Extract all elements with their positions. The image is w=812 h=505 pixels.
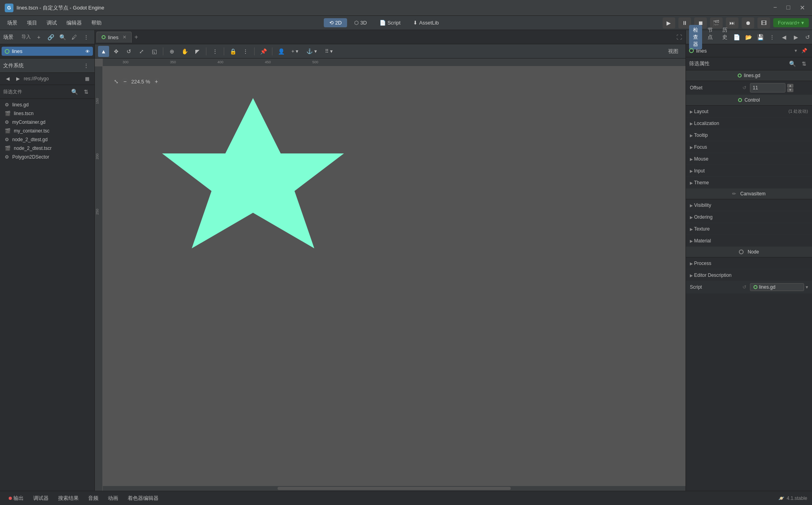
scale-tool[interactable]: ⤢ xyxy=(136,46,147,57)
property-visibility[interactable]: Visibility xyxy=(686,199,812,211)
list-item[interactable]: ⚙ node_2_dtest.gd xyxy=(0,135,94,144)
prop-name-input[interactable]: Input xyxy=(690,168,737,174)
prop-name-editor-description[interactable]: Editor Description xyxy=(690,272,737,278)
prop-name-theme[interactable]: Theme xyxy=(690,180,737,185)
node-pin-button[interactable]: 📌 xyxy=(799,46,809,55)
grid-snap-button[interactable]: ⠿ ▾ xyxy=(322,47,336,56)
bottom-tab-shader[interactable]: 着色器编辑器 xyxy=(124,493,162,503)
property-material[interactable]: Material xyxy=(686,235,812,247)
anchor-snap-button[interactable]: ⚓ ▾ xyxy=(303,47,320,56)
mode-assetlib-button[interactable]: ⬇ AssetLib xyxy=(408,18,444,27)
node-selector[interactable]: lines ▾ 📌 xyxy=(686,44,812,57)
inspector-new-file[interactable]: 📄 xyxy=(731,32,742,42)
prop-name-focus[interactable]: Focus xyxy=(690,144,737,150)
property-layout[interactable]: Layout (1 处改动) xyxy=(686,106,812,117)
scene-node-lines[interactable]: lines 👁 xyxy=(2,47,93,56)
lock-button[interactable]: 🔒 xyxy=(227,46,238,57)
property-texture[interactable]: Texture xyxy=(686,223,812,235)
list-item[interactable]: ⚙ myContainer.gd xyxy=(0,118,94,127)
node-visibility-icon[interactable]: 👁 xyxy=(85,49,90,54)
inspector-history[interactable]: ↺ xyxy=(803,32,812,42)
add-snap-button[interactable]: + ▾ xyxy=(288,47,302,56)
anchor-button[interactable]: 📌 xyxy=(258,46,269,57)
menu-help[interactable]: 帮助 xyxy=(87,18,106,28)
filter-props-search[interactable]: 🔍 xyxy=(787,59,797,68)
offset-reset-button[interactable]: ↺ xyxy=(740,84,748,92)
offset-spin-up[interactable]: ▲ xyxy=(787,84,793,88)
filter-search-button[interactable]: 🔍 xyxy=(69,87,79,97)
bottom-tab-search[interactable]: 搜索结果 xyxy=(54,493,83,503)
list-item[interactable]: 🎬 lines.tscn xyxy=(0,109,94,118)
prop-name-process[interactable]: Process xyxy=(690,261,737,266)
editor-tab-lines[interactable]: lines ✕ xyxy=(96,32,132,43)
zoom-out-button[interactable]: − xyxy=(121,78,129,85)
inspector-save-file[interactable]: 💾 xyxy=(755,32,765,42)
property-tooltip[interactable]: Tooltip xyxy=(686,129,812,141)
property-focus[interactable]: Focus xyxy=(686,141,812,153)
play-button[interactable]: ▶ xyxy=(663,17,675,28)
tab-add-button[interactable]: + xyxy=(132,32,141,42)
bottom-tab-audio[interactable]: 音频 xyxy=(84,493,102,503)
bone-tool[interactable]: ⊕ xyxy=(166,46,178,57)
inspector-prev[interactable]: ◀ xyxy=(779,32,789,42)
zoom-in-button[interactable]: + xyxy=(153,78,161,85)
inspector-next[interactable]: ▶ xyxy=(791,32,801,42)
edit-node-button[interactable]: 🖊 xyxy=(69,32,79,42)
record-button[interactable]: ⏺ xyxy=(742,17,754,28)
pan-tool[interactable]: ✋ xyxy=(179,46,190,57)
link-node-button[interactable]: 🔗 xyxy=(45,32,56,42)
movie-button[interactable]: 🎞 xyxy=(757,17,770,28)
scrollbar-thumb[interactable] xyxy=(278,487,511,490)
filesystem-more-button[interactable]: ⋮ xyxy=(81,61,91,71)
property-process[interactable]: Process xyxy=(686,257,812,269)
prop-name-layout[interactable]: Layout xyxy=(690,109,737,114)
list-item[interactable]: 🎬 my_container.tsc xyxy=(0,127,94,135)
prop-name-localization[interactable]: Localization xyxy=(690,121,737,126)
bottom-tab-output[interactable]: 输出 xyxy=(5,493,28,503)
close-button[interactable]: ✕ xyxy=(797,3,807,12)
property-ordering[interactable]: Ordering xyxy=(686,211,812,223)
prop-name-visibility[interactable]: Visibility xyxy=(690,202,737,208)
maximize-button[interactable]: □ xyxy=(784,3,793,12)
prop-name-ordering[interactable]: Ordering xyxy=(690,214,737,220)
prop-name-mouse[interactable]: Mouse xyxy=(690,156,737,162)
list-item[interactable]: 🎬 node_2_dtest.tscr xyxy=(0,144,94,153)
menu-debug[interactable]: 调试 xyxy=(43,18,61,28)
list-item[interactable]: ⚙ Polygon2DSector xyxy=(0,153,94,161)
view-button[interactable]: 视图 xyxy=(664,46,682,57)
offset-spin-down[interactable]: ▼ xyxy=(787,88,793,92)
group-button[interactable]: ⋮ xyxy=(240,46,251,57)
menu-scene[interactable]: 场景 xyxy=(3,18,21,28)
canvas-scrollbar-horizontal[interactable] xyxy=(103,486,685,491)
mode-2d-button[interactable]: ⟲ 2D xyxy=(324,18,347,27)
property-mouse[interactable]: Mouse xyxy=(686,153,812,165)
filter-props-sort[interactable]: ⇅ xyxy=(799,59,809,68)
pivot-tool[interactable]: ◤ xyxy=(192,46,203,57)
bottom-tab-animation[interactable]: 动画 xyxy=(104,493,122,503)
bottom-tab-debugger[interactable]: 调试器 xyxy=(29,493,53,503)
prop-name-texture[interactable]: Texture xyxy=(690,226,737,232)
rotate-tool[interactable]: ↺ xyxy=(123,46,134,57)
offset-input[interactable] xyxy=(750,83,786,93)
select-tool[interactable]: ▲ xyxy=(98,46,109,57)
list-item[interactable]: ⚙ lines.gd xyxy=(0,100,94,109)
mode-script-button[interactable]: 📄 Script xyxy=(374,18,406,27)
rect-tool[interactable]: ◱ xyxy=(149,46,160,57)
fs-forward-button[interactable]: ▶ xyxy=(13,74,22,83)
camera-button[interactable]: 👤 xyxy=(276,46,287,57)
prop-name-tooltip[interactable]: Tooltip xyxy=(690,132,737,138)
more-options-button[interactable]: ⋮ xyxy=(81,32,91,42)
fs-grid-button[interactable]: ▦ xyxy=(83,74,91,83)
move-tool[interactable]: ✥ xyxy=(111,46,122,57)
inspector-open-file[interactable]: 📂 xyxy=(743,32,753,42)
menu-editor[interactable]: 编辑器 xyxy=(62,18,86,28)
menu-project[interactable]: 项目 xyxy=(23,18,41,28)
fs-back-button[interactable]: ◀ xyxy=(3,74,12,83)
more-tools-button[interactable]: ⋮ xyxy=(210,46,221,57)
property-theme[interactable]: Theme xyxy=(686,177,812,189)
filter-sort-button[interactable]: ⇅ xyxy=(81,87,91,97)
prop-name-material[interactable]: Material xyxy=(690,238,737,244)
zoom-fit-icon[interactable]: ⤡ xyxy=(114,78,119,85)
search-node-button[interactable]: 🔍 xyxy=(57,32,68,42)
minimize-button[interactable]: − xyxy=(771,3,779,12)
